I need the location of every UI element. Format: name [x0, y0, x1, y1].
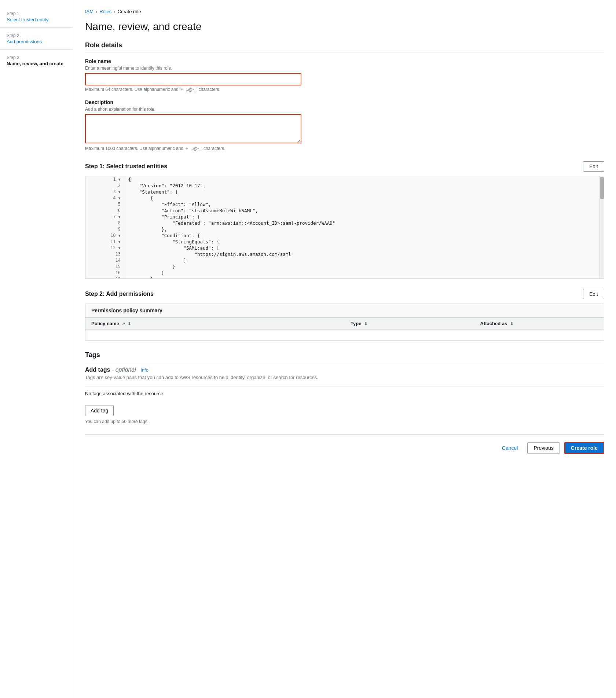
line-num: 15 [85, 264, 125, 270]
code-line: 14 ] [85, 257, 604, 264]
code-line: 13 "https://signin.aws.amazon.com/saml" [85, 251, 604, 257]
col-type: Type ⬇ [345, 318, 474, 330]
sort-icon-type[interactable]: ⬇ [364, 322, 367, 326]
code-line: 8 "Federated": "arn:aws:iam::<Account_ID… [85, 220, 604, 226]
permissions-table-header: Policy name ↗ ⬇ Type ⬇ Attached as ⬇ [85, 318, 604, 330]
line-num: 4 ▼ [85, 195, 125, 201]
description-input[interactable] [85, 114, 301, 143]
tags-hint: You can add up to 50 more tags. [85, 419, 604, 424]
breadcrumb: IAM › Roles › Create role [85, 9, 604, 14]
breadcrumb-iam[interactable]: IAM [85, 9, 94, 14]
line-content: "SAML:aud": [ [125, 245, 604, 251]
line-content: ] [125, 257, 604, 264]
sort-icon-attached[interactable]: ⬇ [510, 322, 513, 326]
col-attached-as: Attached as ⬇ [474, 318, 604, 330]
line-content: "Condition": { [125, 232, 604, 239]
scrollbar-thumb [600, 177, 604, 199]
line-num: 6 [85, 207, 125, 214]
description-constraint: Maximum 1000 characters. Use alphanumeri… [85, 146, 604, 151]
line-num: 7 ▼ [85, 214, 125, 220]
previous-button[interactable]: Previous [527, 442, 560, 453]
line-content: "Federated": "arn:aws:iam::<Account_ID>:… [125, 220, 604, 226]
tags-title: Tags [85, 351, 604, 362]
line-num: 10 ▼ [85, 232, 125, 239]
step2-title: Step 2: Add permissions [85, 291, 154, 297]
step2-edit-button[interactable]: Edit [583, 289, 604, 299]
footer: Cancel Previous Create role [85, 434, 604, 461]
description-label: Description [85, 99, 604, 105]
line-content: "Version": "2012-10-17", [125, 183, 604, 189]
line-num: 11 ▼ [85, 239, 125, 245]
add-tags-title: Add tags - optional Info [85, 367, 604, 373]
role-details-section: Role details Role name Enter a meaningfu… [85, 41, 604, 151]
line-num: 1 ▼ [85, 176, 125, 183]
optional-label: - optional [112, 367, 136, 373]
code-line: 16 } [85, 270, 604, 276]
breadcrumb-current: Create role [117, 9, 141, 14]
sidebar-item-name-review-create: Name, review, and create [7, 61, 66, 66]
role-name-hint: Enter a meaningful name to identify this… [85, 66, 604, 71]
role-name-label: Role name [85, 58, 604, 64]
sort-icon-policy[interactable]: ⬇ [128, 322, 131, 326]
line-content: }, [125, 226, 604, 232]
line-num: 3 ▼ [85, 189, 125, 195]
tags-section: Tags Add tags - optional Info Tags are k… [85, 351, 604, 424]
trusted-entity-code: 1 ▼ { 2 "Version": "2012-10-17", 3 ▼ "St… [85, 176, 604, 279]
code-scrollbar[interactable] [600, 176, 604, 278]
external-link-icon: ↗ [122, 322, 125, 326]
line-num: 16 [85, 270, 125, 276]
breadcrumb-roles[interactable]: Roles [99, 9, 111, 14]
line-num: 8 [85, 220, 125, 226]
line-num: 14 [85, 257, 125, 264]
tags-description: Tags are key-value pairs that you can ad… [85, 375, 604, 380]
line-content: "StringEquals": { [125, 239, 604, 245]
step1-title: Step 1: Select trusted entities [85, 163, 167, 170]
description-field: Description Add a short explanation for … [85, 99, 604, 151]
permissions-summary-label: Permissions policy summary [85, 304, 604, 317]
code-line: 3 ▼ "Statement": [ [85, 189, 604, 195]
code-line: 11 ▼ "StringEquals": { [85, 239, 604, 245]
cancel-button[interactable]: Cancel [497, 443, 523, 453]
sidebar-item-add-permissions[interactable]: Add permissions [7, 39, 66, 44]
line-num: 2 [85, 183, 125, 189]
line-content: "https://signin.aws.amazon.com/saml" [125, 251, 604, 257]
no-tags-text: No tags associated with the resource. [85, 386, 604, 401]
line-num: 13 [85, 251, 125, 257]
breadcrumb-sep-1: › [96, 9, 97, 14]
role-name-constraint: Maximum 64 characters. Use alphanumeric … [85, 87, 604, 92]
line-num: 5 [85, 201, 125, 207]
line-content: "Statement": [ [125, 189, 604, 195]
line-content: "Principal": { [125, 214, 604, 220]
sidebar-step-3: Step 3 Name, review, and create [0, 51, 73, 70]
code-line: 15 } [85, 264, 604, 270]
line-num: 9 [85, 226, 125, 232]
sidebar-item-select-trusted-entity[interactable]: Select trusted entity [7, 17, 66, 22]
create-role-button[interactable]: Create role [564, 442, 604, 454]
role-name-input[interactable] [85, 73, 301, 85]
code-line: 1 ▼ { [85, 176, 604, 183]
code-line: 10 ▼ "Condition": { [85, 232, 604, 239]
sidebar-step-2[interactable]: Step 2 Add permissions [0, 29, 73, 48]
code-line: 9 }, [85, 226, 604, 232]
code-line: 12 ▼ "SAML:aud": [ [85, 245, 604, 251]
info-link[interactable]: Info [140, 367, 148, 373]
role-details-title: Role details [85, 41, 604, 52]
permissions-empty-row [85, 330, 604, 341]
breadcrumb-sep-2: › [114, 9, 115, 14]
col-policy-name: Policy name ↗ ⬇ [85, 318, 345, 330]
step1-edit-button[interactable]: Edit [583, 161, 604, 172]
step2-section: Step 2: Add permissions Edit Permissions… [85, 289, 604, 341]
step1-header: Step 1: Select trusted entities Edit [85, 161, 604, 172]
sidebar-step-1[interactable]: Step 1 Select trusted entity [0, 7, 73, 26]
step-1-label: Step 1 [7, 11, 66, 16]
description-hint: Add a short explanation for this role. [85, 107, 604, 112]
add-tag-button[interactable]: Add tag [85, 405, 114, 416]
line-content: "Effect": "Allow", [125, 201, 604, 207]
permissions-table: Policy name ↗ ⬇ Type ⬇ Attached as ⬇ [85, 317, 604, 341]
step2-header: Step 2: Add permissions Edit [85, 289, 604, 299]
line-content: "Action": "sts:AssumeRoleWithSAML", [125, 207, 604, 214]
role-name-field: Role name Enter a meaningful name to ide… [85, 58, 604, 92]
line-content: } [125, 276, 604, 279]
code-line: 5 "Effect": "Allow", [85, 201, 604, 207]
main-content: IAM › Roles › Create role Name, review, … [73, 0, 616, 698]
